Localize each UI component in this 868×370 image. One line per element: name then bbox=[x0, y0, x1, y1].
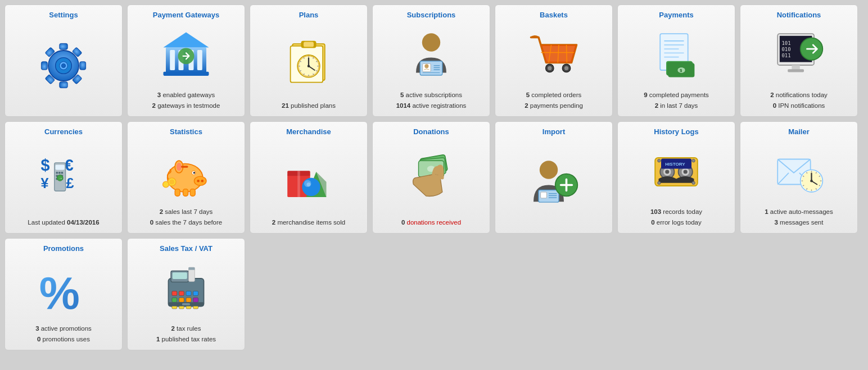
card-mailer[interactable]: Mailer 1 active auto-messages3 messages … bbox=[740, 121, 858, 234]
card-icon-history-logs: HISTORY bbox=[651, 139, 702, 204]
svg-rect-104 bbox=[190, 189, 195, 197]
svg-text:011: 011 bbox=[781, 53, 790, 58]
svg-rect-164 bbox=[173, 272, 187, 279]
svg-point-133 bbox=[665, 170, 669, 174]
card-stats-statistics: 2 sales last 7 days0 sales the 7 days be… bbox=[150, 207, 223, 227]
svg-point-55 bbox=[548, 66, 551, 70]
card-icon-statistics bbox=[161, 139, 211, 204]
svg-point-95 bbox=[194, 176, 206, 185]
card-title-mailer: Mailer bbox=[788, 127, 810, 136]
svg-rect-82 bbox=[56, 165, 65, 170]
svg-rect-24 bbox=[304, 42, 314, 47]
card-title-donations: Donations bbox=[413, 127, 449, 136]
card-title-import: Import bbox=[542, 127, 565, 136]
card-icon-sales-tax bbox=[161, 256, 211, 321]
card-title-sales-tax: Sales Tax / VAT bbox=[160, 244, 213, 253]
svg-text:→: → bbox=[58, 176, 62, 181]
svg-rect-76 bbox=[788, 69, 804, 72]
card-title-payments: Payments bbox=[659, 11, 693, 19]
svg-text:%: % bbox=[39, 268, 80, 314]
svg-rect-168 bbox=[179, 291, 184, 296]
svg-rect-167 bbox=[172, 291, 177, 296]
svg-point-29 bbox=[308, 65, 310, 68]
svg-point-96 bbox=[197, 180, 200, 182]
svg-point-97 bbox=[201, 180, 204, 182]
svg-rect-19 bbox=[164, 72, 209, 76]
svg-rect-123 bbox=[541, 192, 547, 198]
svg-text:HISTORY: HISTORY bbox=[665, 162, 685, 167]
card-merchandise[interactable]: Merchandise 2 merchandise items sold bbox=[250, 121, 368, 234]
svg-rect-84 bbox=[58, 172, 61, 174]
card-history-logs[interactable]: History Logs HISTORY 103 records today0 … bbox=[617, 121, 735, 234]
svg-point-101 bbox=[177, 163, 182, 171]
svg-text:$: $ bbox=[41, 156, 50, 174]
card-baskets[interactable]: Baskets 5 completed orders2 payments pen… bbox=[495, 4, 613, 117]
card-icon-payment-gateways bbox=[161, 22, 211, 88]
card-icon-subscriptions bbox=[406, 22, 456, 88]
card-title-subscriptions: Subscriptions bbox=[407, 11, 456, 19]
card-stats-promotions: 3 active promotions0 promotions uses bbox=[35, 323, 92, 344]
svg-rect-173 bbox=[186, 298, 191, 302]
card-payment-gateways[interactable]: Payment Gateways 3 enabled gateways2 gat… bbox=[127, 4, 245, 117]
card-stats-currencies: Last updated 04/13/2016 bbox=[28, 217, 99, 227]
card-title-currencies: Currencies bbox=[44, 127, 83, 136]
svg-rect-3 bbox=[60, 81, 67, 88]
card-payments[interactable]: Payments $ 9 completed payments2 in last… bbox=[617, 4, 735, 117]
svg-point-121 bbox=[540, 161, 558, 179]
card-currencies[interactable]: Currencies $ € ¥ £ → Last updated 04/13/… bbox=[4, 121, 123, 234]
card-icon-mailer bbox=[774, 139, 824, 204]
card-icon-notifications: 101 010 011 bbox=[774, 22, 824, 88]
svg-rect-174 bbox=[193, 298, 198, 302]
svg-text:101: 101 bbox=[781, 40, 790, 46]
svg-rect-171 bbox=[172, 298, 177, 302]
card-icon-promotions: % bbox=[38, 256, 89, 321]
card-stats-subscriptions: 5 active subscriptions1014 active regist… bbox=[396, 90, 467, 111]
card-sales-tax[interactable]: Sales Tax / VAT 2 tax rules1 published t… bbox=[127, 238, 245, 350]
svg-rect-111 bbox=[297, 171, 300, 197]
svg-text:010: 010 bbox=[781, 47, 790, 52]
card-icon-baskets bbox=[528, 22, 579, 88]
svg-point-139 bbox=[658, 159, 661, 162]
svg-point-136 bbox=[684, 170, 688, 174]
svg-rect-102 bbox=[175, 189, 180, 197]
svg-point-57 bbox=[564, 66, 568, 70]
svg-rect-85 bbox=[61, 172, 64, 174]
svg-point-148 bbox=[810, 180, 813, 182]
svg-point-141 bbox=[658, 181, 661, 184]
card-icon-import bbox=[528, 139, 579, 225]
card-title-notifications: Notifications bbox=[777, 11, 821, 19]
card-donations[interactable]: Donations 0 donations received bbox=[372, 121, 490, 234]
card-title-plans: Plans bbox=[299, 11, 319, 19]
card-plans[interactable]: Plans 21 published plans bbox=[250, 4, 368, 117]
card-stats-donations: 0 donations received bbox=[401, 217, 461, 227]
card-icon-payments: $ bbox=[651, 22, 702, 88]
card-settings[interactable]: Settings bbox=[4, 4, 123, 117]
card-notifications[interactable]: Notifications 101 010 011 2 notification… bbox=[740, 4, 858, 117]
svg-rect-7 bbox=[60, 43, 67, 49]
card-stats-plans: 21 published plans bbox=[282, 101, 336, 111]
card-promotions[interactable]: Promotions % 3 active promotions0 promot… bbox=[4, 238, 123, 350]
svg-rect-172 bbox=[179, 298, 184, 302]
card-statistics[interactable]: Statistics 2 sales last 7 da bbox=[127, 121, 245, 234]
svg-point-12 bbox=[61, 63, 65, 67]
card-stats-sales-tax: 2 tax rules1 published tax rates bbox=[156, 323, 216, 344]
svg-marker-14 bbox=[164, 33, 209, 48]
dashboard-grid: Settings Payment Gateways bbox=[4, 4, 864, 350]
card-import[interactable]: Import bbox=[495, 121, 613, 234]
svg-point-140 bbox=[692, 159, 695, 162]
svg-rect-18 bbox=[197, 50, 202, 70]
card-title-baskets: Baskets bbox=[540, 11, 568, 19]
svg-rect-83 bbox=[56, 172, 58, 174]
card-stats-history-logs: 103 records today0 error logs today bbox=[650, 207, 702, 227]
svg-text:$: $ bbox=[680, 68, 682, 73]
card-icon-donations bbox=[406, 139, 456, 215]
card-title-promotions: Promotions bbox=[43, 244, 84, 253]
svg-rect-1 bbox=[80, 61, 86, 69]
svg-point-142 bbox=[692, 181, 695, 184]
card-title-merchandise: Merchandise bbox=[286, 127, 331, 136]
card-icon-plans bbox=[283, 22, 334, 98]
svg-rect-103 bbox=[183, 189, 188, 197]
svg-point-108 bbox=[163, 181, 169, 188]
card-subscriptions[interactable]: Subscriptions 5 active subscriptions1014… bbox=[372, 4, 490, 117]
card-stats-merchandise: 2 merchandise items sold bbox=[272, 217, 345, 227]
